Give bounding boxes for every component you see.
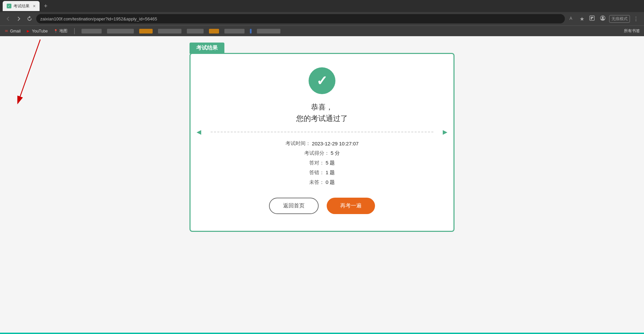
unanswered-label: 未答： — [309, 179, 324, 186]
exam-time-label: 考试时间： — [285, 140, 311, 147]
bookmarks-divider — [74, 28, 75, 34]
correct-value: 5 题 — [326, 160, 335, 166]
tab-favicon: ✓ — [7, 4, 11, 8]
bookmark-gmail[interactable]: ✉ Gmail — [4, 29, 20, 34]
success-circle: ✓ — [309, 67, 335, 94]
bookmark-extra-4[interactable] — [158, 29, 181, 34]
correct-label: 答对： — [309, 160, 324, 166]
wrong-value: 1 题 — [326, 170, 335, 176]
tab-bar: ✓ 考试结果 × + — [0, 0, 644, 12]
bookmark-extra-2[interactable] — [107, 29, 134, 34]
action-buttons: 返回首页 再考一遍 — [269, 198, 375, 214]
profile-btn[interactable] — [598, 14, 607, 24]
tab-title: 考试结果 — [13, 3, 30, 9]
maps-icon: 📍 — [53, 29, 58, 34]
bookmark-maps[interactable]: 📍 地图 — [53, 28, 67, 34]
exam-score-label: 考试得分： — [304, 150, 329, 156]
result-info: 考试时间： 2023-12-29 10:27:07 考试得分： 5 分 答对： … — [211, 140, 433, 186]
bookmark-extra-5[interactable] — [187, 29, 204, 34]
svg-point-6 — [602, 16, 604, 18]
bookmarks-bar: ✉ Gmail ▶ YouTube 📍 地图 所有书签 — [0, 25, 644, 36]
back-btn[interactable] — [4, 15, 12, 23]
url-text: zaixian100f.com/testination/paper?id=195… — [40, 16, 157, 21]
tab-close-btn[interactable]: × — [33, 3, 36, 9]
all-bookmarks-btn[interactable]: 所有书签 — [624, 28, 640, 34]
correct-row: 答对： 5 题 — [309, 160, 335, 166]
exam-score-value: 5 分 — [331, 150, 340, 156]
result-card-tab: 考试结果 — [190, 43, 224, 54]
active-tab[interactable]: ✓ 考试结果 × — [3, 1, 40, 11]
result-title-line2: 您的考试通过了 — [296, 114, 348, 124]
youtube-icon: ▶ — [26, 29, 31, 34]
maps-label: 地图 — [59, 28, 67, 34]
gmail-label: Gmail — [10, 29, 20, 34]
annotation-arrow — [0, 36, 67, 120]
page-content: 考试结果 ✓ 恭喜， 您的考试通过了 考试时间： 2023-12-29 10:2… — [0, 36, 644, 334]
check-icon: ✓ — [316, 73, 328, 88]
wrong-label: 答错： — [309, 170, 324, 176]
bottom-bar — [0, 333, 644, 334]
translate-btn[interactable]: A — [568, 14, 576, 24]
forward-btn[interactable] — [15, 15, 23, 23]
bookmark-extra-3[interactable] — [139, 29, 153, 34]
result-card: ✓ 恭喜， 您的考试通过了 考试时间： 2023-12-29 10:27:07 … — [190, 53, 454, 232]
wrong-row: 答错： 1 题 — [309, 170, 335, 176]
svg-text:A: A — [570, 16, 572, 21]
result-title-line1: 恭喜， — [311, 102, 333, 112]
nav-bar: zaixian100f.com/testination/paper?id=195… — [0, 12, 644, 25]
section-divider — [211, 132, 433, 132]
unanswered-value: 0 题 — [326, 179, 335, 186]
svg-rect-3 — [592, 17, 593, 18]
gmail-icon: ✉ — [4, 29, 9, 34]
bookmark-extra-8[interactable] — [250, 29, 252, 34]
svg-rect-1 — [590, 16, 594, 20]
svg-rect-2 — [591, 17, 592, 18]
retry-button[interactable]: 再考一遍 — [327, 198, 375, 214]
address-bar[interactable]: zaixian100f.com/testination/paper?id=195… — [36, 14, 565, 23]
incognito-label[interactable]: 无痕模式 — [609, 15, 630, 23]
exam-time-row: 考试时间： 2023-12-29 10:27:07 — [285, 140, 359, 147]
reload-btn[interactable] — [25, 15, 34, 23]
nav-actions: A ★ 无痕模式 ⋮ — [568, 14, 640, 24]
youtube-label: YouTube — [32, 29, 48, 34]
bookmark-extra-6[interactable] — [209, 29, 219, 34]
exam-score-row: 考试得分： 5 分 — [304, 150, 340, 156]
new-tab-btn[interactable]: + — [41, 1, 50, 11]
bookmark-youtube[interactable]: ▶ YouTube — [26, 29, 48, 34]
bookmark-extra-1[interactable] — [82, 29, 102, 34]
unanswered-row: 未答： 0 题 — [309, 179, 335, 186]
bookmark-extra-9[interactable] — [257, 29, 280, 34]
exam-time-value: 2023-12-29 10:27:07 — [312, 141, 359, 146]
svg-rect-4 — [591, 18, 592, 19]
svg-line-8 — [20, 40, 40, 96]
back-home-button[interactable]: 返回首页 — [269, 198, 319, 214]
menu-btn[interactable]: ⋮ — [632, 14, 640, 23]
bookmark-extra-7[interactable] — [224, 29, 245, 34]
result-card-wrapper: 考试结果 ✓ 恭喜， 您的考试通过了 考试时间： 2023-12-29 10:2… — [190, 43, 454, 232]
bookmark-star-btn[interactable]: ★ — [578, 14, 586, 23]
browser-chrome: ✓ 考试结果 × + zaixian100f.com/testination/p… — [0, 0, 644, 36]
extension-btn[interactable] — [588, 14, 596, 24]
